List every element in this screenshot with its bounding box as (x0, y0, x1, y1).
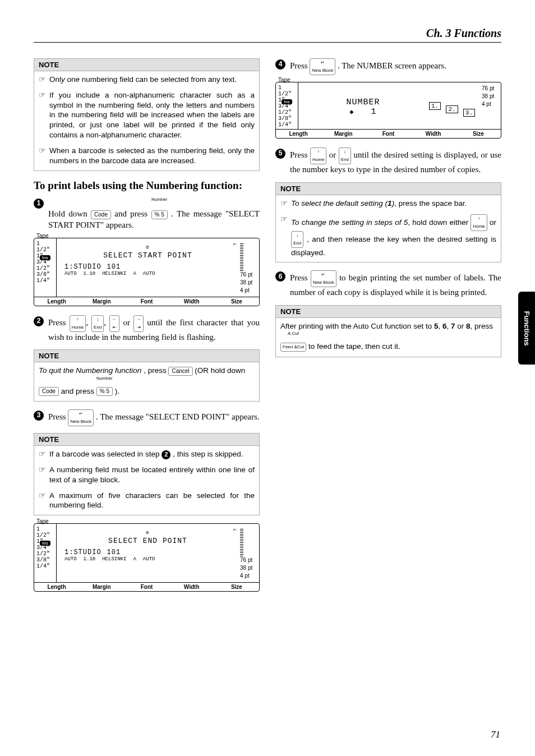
note-text: To quit the Numbering function (39, 366, 141, 375)
pointer-icon: ☞ (280, 214, 288, 258)
scissor-icon: ✄ (233, 241, 237, 248)
lcd-footer: LengthMargin FontWidth Size (34, 297, 259, 306)
note-text: A maximum of five characters can be sele… (49, 491, 255, 511)
ins-indicator: Ins (40, 255, 50, 260)
tape-label: Tape (36, 233, 49, 239)
percent5-key: % 5 (151, 210, 168, 219)
pointer-icon: ☞ (39, 90, 46, 140)
note-text: To select the default setting (1), press… (291, 199, 467, 209)
pointer-icon: ☞ (39, 449, 46, 459)
step-number-icon: 6 (275, 271, 285, 282)
step-text: Press (290, 150, 310, 159)
step-2: 2 Press ↑Home, ↓End, ←⇤ or →⇥ until the … (34, 315, 260, 343)
header-rule (34, 42, 501, 43)
step-number-icon: 3 (34, 411, 44, 421)
step-text: or (329, 150, 339, 159)
note-text: If you include a non-alphanumeric charac… (49, 90, 255, 140)
pointer-icon: ☞ (39, 146, 46, 166)
step-text: Press (290, 61, 310, 70)
step-text: Press (48, 413, 68, 422)
lcd-footer: LengthMargin FontWidth Size (34, 582, 259, 591)
pointer-icon: ☞ (39, 75, 46, 85)
end-key: ↓End (339, 147, 351, 164)
note-heading: NOTE (276, 183, 501, 195)
lcd-select-end: Tape 1 1/2"1" 3/4"1/2" 3/8"1/4" ✄ Ins ≡S… (34, 523, 260, 592)
note-text: To change the setting in steps of 5, hol… (291, 214, 496, 258)
code-key: Code (39, 387, 59, 396)
section-heading: To print labels using the Numbering func… (34, 179, 260, 192)
step-number-icon: 5 (275, 149, 285, 159)
feed-key: Feed &Cut (280, 343, 306, 352)
pointer-icon: ☞ (39, 491, 46, 511)
enter-key: ↵New Block (310, 58, 335, 75)
page-number: 71 (491, 729, 500, 740)
tape-label: Tape (278, 77, 290, 83)
step-text: . The message "SELECT END POINT" appears… (96, 413, 260, 422)
right-column: 4 Press ↵New Block . The NUMBER screen a… (275, 58, 501, 601)
cancel-key: Cancel (168, 367, 192, 376)
updown-icon: ◆ (349, 108, 354, 116)
ins-indicator: Ins (40, 541, 50, 546)
left-column: NOTE ☞ Only one numbering field can be s… (34, 58, 260, 601)
step-number-icon: 4 (275, 59, 285, 70)
step-text: Hold down (48, 209, 91, 218)
note-heading: NOTE (34, 59, 259, 71)
ins-indicator: Ins (282, 99, 292, 104)
step-4: 4 Press ↵New Block . The NUMBER screen a… (275, 58, 501, 75)
step-text: or (123, 318, 133, 327)
lcd-select-start: Tape 1 1/2"1" 3/4"1/2" 3/8"1/4" ✄ Ins ≡S… (34, 238, 260, 306)
home-key: ↑Home (70, 315, 86, 332)
percent5-key: % 5 (96, 387, 113, 396)
code-key: Code (91, 210, 111, 219)
note-text: If a barcode was selected in step 2 , th… (49, 449, 243, 459)
step-number-icon: 1 (34, 199, 44, 209)
step-text: . The NUMBER screen appears. (338, 61, 446, 70)
step-6: 6 Press ↵New Block to begin printing the… (275, 270, 501, 298)
step-3: 3 Press ↵New Block . The message "SELECT… (34, 409, 260, 426)
end-key: ↓End (91, 315, 104, 332)
lcd-number: Tape 1 1/2"1" 3/4"1/2" 3/8"1/4" Ins NUMB… (275, 82, 501, 139)
step-text: Press (290, 274, 311, 283)
note-heading: NOTE (276, 306, 501, 318)
pointer-icon: ☞ (39, 465, 46, 485)
side-tab-label: Functions (523, 311, 531, 345)
note-heading: NOTE (34, 350, 259, 362)
step-text: and press (114, 209, 151, 218)
note-text: Only one numbering field can be selected… (49, 75, 237, 85)
note-text: When a barcode is selected as the number… (49, 146, 255, 166)
step-5: 5 Press ↑Home or ↓End until the desired … (275, 147, 501, 176)
left-key: ←⇤ (109, 315, 119, 332)
note-box-1: NOTE ☞ Only one numbering field can be s… (34, 58, 260, 171)
side-tab: Functions (518, 292, 535, 365)
note-box-3: NOTE ☞ If a barcode was selected in step… (34, 433, 260, 515)
step-ref-icon: 2 (162, 450, 170, 459)
pointer-icon: ☞ (280, 199, 288, 209)
enter-key: ↵New Block (311, 270, 336, 287)
note-heading: NOTE (34, 434, 259, 446)
end-key: ↓End (291, 231, 303, 248)
right-key: →⇥ (133, 315, 144, 332)
number-label: Number (151, 197, 167, 202)
note-text: A numbering field must be located entire… (49, 465, 255, 485)
note-box-2: NOTE To quit the Numbering function , pr… (34, 349, 260, 402)
lcd-footer: LengthMargin FontWidth Size (276, 129, 501, 138)
step-text: Press (48, 318, 70, 327)
home-key: ↑Home (310, 147, 326, 164)
chapter-heading: Ch. 3 Functions (34, 27, 501, 40)
step-number-icon: 2 (34, 316, 44, 326)
note-box-5: NOTE After printing with the Auto Cut fu… (275, 305, 501, 357)
step-1: 1 Hold down Code and press Number % 5 . … (34, 197, 260, 231)
tape-label: Tape (36, 518, 49, 524)
scissor-icon: ✄ (233, 526, 237, 533)
enter-key: ↵New Block (68, 409, 94, 426)
home-key: ↑Home (471, 214, 487, 231)
note-box-4: NOTE ☞ To select the default setting (1)… (275, 182, 501, 263)
